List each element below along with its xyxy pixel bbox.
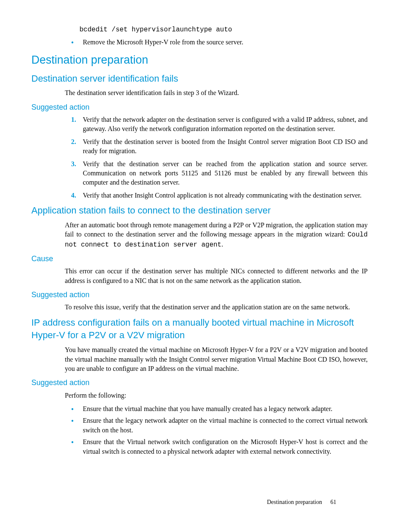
top-bullet-list: Remove the Microsoft Hyper-V role from t…: [71, 38, 368, 47]
list-item: Verify that another Insight Control appl…: [71, 191, 368, 200]
ordered-list-suggested-actions: Verify that the network adapter on the d…: [71, 115, 368, 200]
heading-ip-config-fails: IP address configuration fails on a manu…: [31, 316, 368, 342]
list-item: Ensure that the legacy network adapter o…: [71, 416, 368, 435]
list-item: Verify that the network adapter on the d…: [71, 115, 368, 134]
page: bcdedit /set hypervisorlaunchtype auto R…: [31, 25, 368, 523]
list-item: Verify that the destination server can b…: [71, 159, 368, 188]
text: After an automatic boot through remote m…: [65, 221, 368, 238]
paragraph: After an automatic boot through remote m…: [65, 221, 368, 249]
heading-suggested-action: Suggested action: [31, 378, 368, 388]
list-item: Remove the Microsoft Hyper-V role from t…: [71, 38, 368, 47]
page-footer: Destination preparation61: [267, 498, 336, 506]
footer-section-label: Destination preparation: [267, 499, 322, 505]
list-item: Ensure that the virtual machine that you…: [71, 404, 368, 414]
paragraph: You have manually created the virtual ma…: [65, 345, 368, 373]
paragraph: To resolve this issue, verify that the d…: [65, 303, 368, 312]
heading-cause: Cause: [31, 254, 368, 264]
heading-destination-server-id-fails: Destination server identification fails: [31, 72, 368, 85]
list-item: Ensure that the Virtual network switch c…: [71, 437, 368, 456]
paragraph: The destination server identification fa…: [65, 88, 368, 98]
heading-suggested-action: Suggested action: [31, 102, 368, 113]
footer-page-number: 61: [330, 499, 336, 505]
list-item: Verify that the destination server is bo…: [71, 137, 368, 156]
bullet-list-suggested-actions: Ensure that the virtual machine that you…: [71, 404, 368, 456]
paragraph: Perform the following:: [65, 391, 368, 400]
heading-application-station-fails: Application station fails to connect to …: [31, 204, 368, 217]
heading-suggested-action: Suggested action: [31, 290, 368, 300]
code-command: bcdedit /set hypervisorlaunchtype auto: [79, 25, 368, 34]
text: .: [221, 241, 223, 248]
paragraph: This error can occur if the destination …: [65, 267, 368, 285]
heading-destination-preparation: Destination preparation: [31, 52, 368, 68]
